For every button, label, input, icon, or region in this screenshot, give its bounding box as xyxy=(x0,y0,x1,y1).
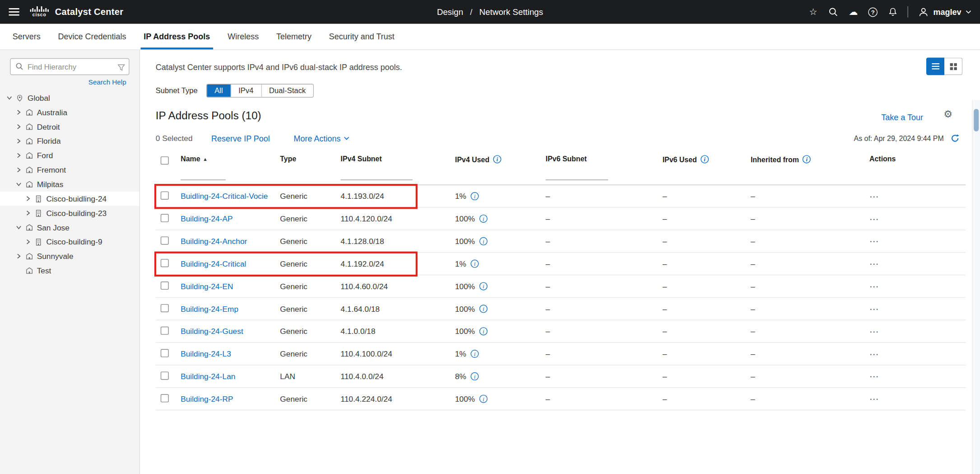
cloud-icon[interactable]: ☁ xyxy=(848,6,858,18)
info-icon[interactable]: i xyxy=(471,372,479,380)
tree-item-fremont[interactable]: Fremont xyxy=(0,163,139,177)
chevron-right-icon[interactable] xyxy=(25,196,30,201)
row-actions-button[interactable]: ⋯ xyxy=(869,281,879,291)
scrollbar-thumb[interactable] xyxy=(974,109,979,131)
row-checkbox[interactable] xyxy=(161,349,169,357)
pool-name-link[interactable]: Building-24-Lan xyxy=(181,372,235,380)
tree-item-cisco-building-9[interactable]: Cisco-building-9 xyxy=(0,235,139,249)
ipv6-subnet-filter-input[interactable] xyxy=(546,171,608,180)
pool-name-link[interactable]: Building-24-RP xyxy=(181,394,233,403)
name-filter-input[interactable] xyxy=(181,171,226,180)
ipv4-subnet-filter-input[interactable] xyxy=(341,171,413,180)
tree-item-cisco-building-23[interactable]: Cisco-building-23 xyxy=(0,206,139,221)
info-icon[interactable]: i xyxy=(803,155,811,163)
tab-security-and-trust[interactable]: Security and Trust xyxy=(320,24,403,50)
subnet-option-dual-stack[interactable]: Dual-Stack xyxy=(261,84,313,97)
row-checkbox[interactable] xyxy=(161,304,169,312)
tree-item-cisco-buidling-24[interactable]: Cisco-buidling-24 xyxy=(0,192,139,206)
list-view-button[interactable] xyxy=(926,57,944,75)
more-actions-dropdown[interactable]: More Actions xyxy=(293,134,349,143)
filter-funnel-icon[interactable] xyxy=(117,62,125,74)
tab-device-credentials[interactable]: Device Credentials xyxy=(49,24,135,50)
tab-wireless[interactable]: Wireless xyxy=(219,24,268,50)
row-checkbox[interactable] xyxy=(161,236,169,244)
grid-view-button[interactable] xyxy=(944,57,962,75)
row-actions-button[interactable]: ⋯ xyxy=(869,371,879,381)
row-checkbox[interactable] xyxy=(161,281,169,289)
tree-item-sunnyvale[interactable]: Sunnyvale xyxy=(0,249,139,263)
row-checkbox[interactable] xyxy=(161,371,169,380)
row-actions-button[interactable]: ⋯ xyxy=(869,393,879,404)
tree-item-florida[interactable]: Florida xyxy=(0,134,139,148)
tree-item-global[interactable]: Global xyxy=(0,91,139,105)
subnet-option-all[interactable]: All xyxy=(207,84,231,97)
pool-name-link[interactable]: Building-24-Guest xyxy=(181,327,243,335)
select-all-checkbox[interactable] xyxy=(161,156,169,164)
row-checkbox[interactable] xyxy=(161,191,169,199)
column-inherited-from[interactable]: Inherited fromi xyxy=(751,150,869,184)
row-actions-button[interactable]: ⋯ xyxy=(869,258,879,269)
pool-name-link[interactable]: Building-24-Critical xyxy=(181,259,246,268)
row-actions-button[interactable]: ⋯ xyxy=(869,213,879,224)
pool-name-link[interactable]: Building-24-Emp xyxy=(181,305,238,313)
refresh-icon[interactable] xyxy=(951,134,959,142)
user-menu[interactable]: maglev xyxy=(918,7,971,18)
row-checkbox[interactable] xyxy=(161,394,169,402)
favorites-star-icon[interactable]: ☆ xyxy=(808,6,818,18)
row-actions-button[interactable]: ⋯ xyxy=(869,235,879,246)
vertical-scrollbar[interactable] xyxy=(972,100,980,474)
reserve-ip-pool-button[interactable]: Reserve IP Pool xyxy=(211,134,270,143)
tree-item-san-jose[interactable]: San Jose xyxy=(0,220,139,235)
chevron-down-icon[interactable] xyxy=(16,225,21,230)
tree-item-australia[interactable]: Australia xyxy=(0,105,139,120)
row-checkbox[interactable] xyxy=(161,259,169,267)
pool-name-link[interactable]: Buidling-24-Critical-Vocie xyxy=(181,192,268,200)
search-help-link[interactable]: Search Help xyxy=(0,78,126,86)
breadcrumb-design[interactable]: Design xyxy=(437,7,463,17)
search-icon[interactable] xyxy=(828,6,838,18)
info-icon[interactable]: i xyxy=(479,327,488,335)
info-icon[interactable]: i xyxy=(479,282,488,290)
chevron-right-icon[interactable] xyxy=(16,167,21,173)
info-icon[interactable]: i xyxy=(471,350,479,358)
info-icon[interactable]: i xyxy=(479,215,488,223)
hamburger-menu-icon[interactable] xyxy=(9,8,19,16)
row-actions-button[interactable]: ⋯ xyxy=(869,303,879,314)
chevron-right-icon[interactable] xyxy=(16,253,21,259)
row-actions-button[interactable]: ⋯ xyxy=(869,191,879,202)
tree-item-milpitas[interactable]: Milpitas xyxy=(0,177,139,192)
tree-item-test[interactable]: Test xyxy=(0,263,139,278)
column-type[interactable]: Type xyxy=(280,150,340,184)
help-icon[interactable]: ? xyxy=(868,7,878,17)
tree-item-detroit[interactable]: Detroit xyxy=(0,119,139,134)
hierarchy-search-input[interactable] xyxy=(10,58,129,75)
chevron-right-icon[interactable] xyxy=(16,153,21,158)
pool-name-link[interactable]: Building-24-EN xyxy=(181,282,233,291)
row-actions-button[interactable]: ⋯ xyxy=(869,348,879,359)
take-a-tour-link[interactable]: Take a Tour xyxy=(881,113,923,122)
column-ipv6-used[interactable]: IPv6 Usedi xyxy=(663,150,751,184)
breadcrumb-network-settings[interactable]: Network Settings xyxy=(479,7,543,17)
pool-name-link[interactable]: Building-24-Anchor xyxy=(181,237,247,245)
info-icon[interactable]: i xyxy=(471,260,479,268)
chevron-right-icon[interactable] xyxy=(16,124,21,129)
subnet-option-ipv4[interactable]: IPv4 xyxy=(230,84,261,97)
row-checkbox[interactable] xyxy=(161,326,169,334)
chevron-down-icon[interactable] xyxy=(6,95,12,100)
info-icon[interactable]: i xyxy=(701,155,709,163)
pool-name-link[interactable]: Building-24-AP xyxy=(181,214,232,223)
column-name[interactable]: Name▴ xyxy=(181,150,280,184)
tab-telemetry[interactable]: Telemetry xyxy=(268,24,320,50)
pool-name-link[interactable]: Building-24-L3 xyxy=(181,349,231,358)
info-icon[interactable]: i xyxy=(493,155,501,163)
chevron-right-icon[interactable] xyxy=(16,138,21,144)
info-icon[interactable]: i xyxy=(479,237,488,245)
table-settings-gear-icon[interactable]: ⚙ xyxy=(943,109,952,119)
column-ipv6-subnet[interactable]: IPv6 Subnet xyxy=(546,150,663,184)
chevron-down-icon[interactable] xyxy=(16,182,21,187)
info-icon[interactable]: i xyxy=(479,395,488,403)
column-ipv4-used[interactable]: IPv4 Usedi xyxy=(455,150,546,184)
chevron-right-icon[interactable] xyxy=(25,210,30,216)
notifications-bell-icon[interactable] xyxy=(887,6,897,18)
chevron-right-icon[interactable] xyxy=(16,109,21,115)
